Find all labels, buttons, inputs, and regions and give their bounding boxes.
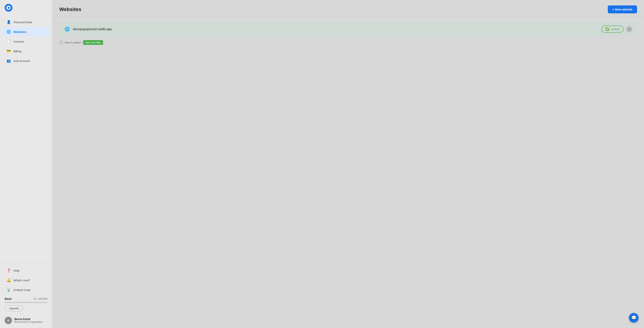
main-header: Websites + New website <box>52 0 644 17</box>
sidebar-item-whats-new[interactable]: 🔔 What's new? <box>2 276 50 285</box>
sidebar-item-websites[interactable]: 🌐 Websites <box>2 27 50 36</box>
sidebar-item-label: Help <box>14 269 20 272</box>
upgrade-button[interactable]: Upgrade <box>5 305 23 311</box>
check-circle-icon: ✅ <box>605 27 609 31</box>
chat-bubble-button[interactable]: 💬 <box>629 313 638 323</box>
personal-data-icon: 👤 <box>6 20 11 24</box>
close-icon: ✕ <box>628 27 631 31</box>
avatar-icon: ⚙ <box>7 319 10 323</box>
user-section: ⚙ Berna Partal Berna Partal's Organizati… <box>0 315 52 327</box>
user-info: Berna Partal Berna Partal's Organization <box>14 318 42 323</box>
websites-icon: 🌐 <box>6 30 11 34</box>
invoices-icon: 📄 <box>6 39 11 43</box>
how-it-works-row: ? How it works? Get Live Help <box>59 40 637 45</box>
new-website-button[interactable]: + New website <box>608 5 637 13</box>
plan-section: Basic 27 / 100.000 Upgrade <box>0 295 52 314</box>
avatar: ⚙ <box>5 317 12 324</box>
main-content-area: Websites + New website 🌐 demopopupsmart.… <box>52 0 644 328</box>
logo-area <box>0 0 52 15</box>
how-it-works-text: How it works? <box>65 41 82 44</box>
sidebar-nav: 👤 Personal Data 🌐 Websites 📄 Invoices 💳 … <box>0 15 52 262</box>
verified-label: Verified <box>610 28 620 31</box>
sidebar-item-label: Sub Account <box>14 59 30 62</box>
question-icon: ? <box>59 41 63 44</box>
plan-usage: 27 / 100.000 <box>34 298 48 300</box>
sidebar-bottom: ❓ Help 🔔 What's new? 📡 Embed Code Basic … <box>0 262 52 328</box>
sidebar-item-label: Invoices <box>14 40 24 43</box>
sidebar-item-billing[interactable]: 💳 Billing <box>2 46 50 56</box>
app-logo <box>5 4 12 12</box>
chat-icon: 💬 <box>631 315 636 320</box>
billing-icon: 💳 <box>6 49 11 53</box>
user-org: Berna Partal's Organization <box>14 321 42 323</box>
globe-icon: 🌐 <box>64 26 70 32</box>
website-url: demopopupsmart.netlify.app <box>73 27 112 31</box>
website-left: 🌐 demopopupsmart.netlify.app <box>64 26 112 32</box>
progress-bar-bg <box>5 302 48 303</box>
sidebar-item-label: What's new? <box>14 279 30 282</box>
sidebar-item-help[interactable]: ❓ Help <box>2 266 50 275</box>
user-name: Berna Partal <box>14 318 42 321</box>
website-right: ✅ Verified ✕ <box>602 25 632 33</box>
sidebar: 👤 Personal Data 🌐 Websites 📄 Invoices 💳 … <box>0 0 52 328</box>
sub-account-icon: 👥 <box>6 59 11 63</box>
sidebar-item-personal-data[interactable]: 👤 Personal Data <box>2 17 50 27</box>
main-body: 🌐 demopopupsmart.netlify.app ✅ Verified … <box>52 17 644 328</box>
help-icon: ❓ <box>6 268 11 273</box>
plan-header: Basic 27 / 100.000 <box>5 297 48 300</box>
sidebar-item-sub-account[interactable]: 👥 Sub Account <box>2 56 50 65</box>
sidebar-item-invoices[interactable]: 📄 Invoices <box>2 37 50 46</box>
sidebar-item-label: Billing <box>14 49 21 53</box>
verified-badge: ✅ Verified <box>602 25 624 33</box>
sidebar-item-label: Websites <box>14 30 26 33</box>
website-row: 🌐 demopopupsmart.netlify.app ✅ Verified … <box>59 22 637 36</box>
sidebar-item-embed-code[interactable]: 📡 Embed Code <box>2 285 50 295</box>
live-help-button[interactable]: Get Live Help <box>83 40 103 45</box>
sidebar-item-label: Embed Code <box>14 288 30 292</box>
page-title: Websites <box>59 6 81 12</box>
bell-icon: 🔔 <box>6 278 11 282</box>
remove-website-button[interactable]: ✕ <box>626 26 632 32</box>
embed-code-icon: 📡 <box>6 288 11 292</box>
sidebar-item-label: Personal Data <box>14 20 32 24</box>
plan-name: Basic <box>5 297 12 300</box>
